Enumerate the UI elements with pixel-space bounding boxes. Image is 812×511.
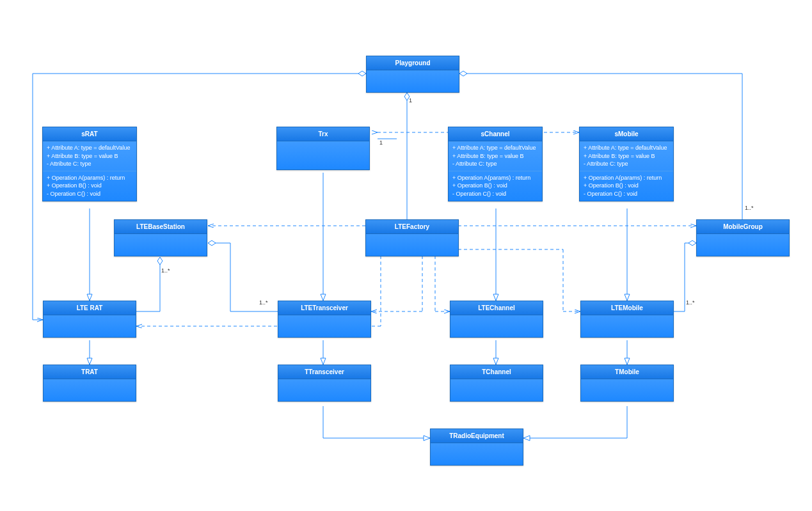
class-title: TMobile xyxy=(581,365,673,379)
attr-row: + Attribute B: type = value B xyxy=(47,152,132,161)
class-body xyxy=(44,315,136,337)
attr-row: + Attribute B: type = value B xyxy=(584,152,669,161)
multiplicity-label: 1 xyxy=(379,139,383,146)
attr-row: + Attribute B: type = value B xyxy=(452,152,538,161)
class-title: LTEChannel xyxy=(450,301,543,315)
attr-row: - Attribute C: type xyxy=(47,160,132,168)
class-title: sRAT xyxy=(43,127,136,141)
class-title: sChannel xyxy=(449,127,542,141)
uml-class-diagram: Playground sRAT + Attribute A: type = de… xyxy=(0,0,812,511)
class-ttransceiver[interactable]: TTransceiver xyxy=(278,365,371,402)
multiplicity-label: 1..* xyxy=(259,299,268,306)
class-body xyxy=(277,141,369,169)
class-title: sMobile xyxy=(580,127,673,141)
op-row: + Operation A(params) : return xyxy=(47,174,132,182)
class-title: TTransceiver xyxy=(278,365,370,379)
class-title: TRadioEquipment xyxy=(431,429,523,443)
class-smobile[interactable]: sMobile + Attribute A: type = defaultVal… xyxy=(579,127,674,201)
op-row: - Operation C() : void xyxy=(452,190,538,198)
operations-section: + Operation A(params) : return + Operati… xyxy=(580,171,673,201)
multiplicity-label: 1..* xyxy=(745,205,754,211)
class-title: MobileGroup xyxy=(697,220,789,234)
class-title: Playground xyxy=(367,56,459,70)
class-trat[interactable]: TRAT xyxy=(43,365,136,402)
class-ltefactory[interactable]: LTEFactory xyxy=(365,219,459,256)
attributes-section: + Attribute A: type = defaultValue + Att… xyxy=(580,141,673,171)
op-row: - Operation C() : void xyxy=(47,190,132,198)
class-tchannel[interactable]: TChannel xyxy=(450,365,543,402)
op-row: + Operation B() : void xyxy=(452,182,538,190)
class-ltetransceiver[interactable]: LTETransceiver xyxy=(278,301,371,338)
class-title: LTEMobile xyxy=(581,301,673,315)
op-row: + Operation A(params) : return xyxy=(584,174,669,182)
attributes-section: + Attribute A: type = defaultValue + Att… xyxy=(449,141,542,171)
class-body xyxy=(278,379,370,401)
attr-row: - Attribute C: type xyxy=(452,160,538,168)
attr-row: + Attribute A: type = defaultValue xyxy=(47,144,132,152)
class-tmobile[interactable]: TMobile xyxy=(580,365,674,402)
attr-row: + Attribute A: type = defaultValue xyxy=(452,144,538,152)
class-body xyxy=(278,315,370,337)
op-row: + Operation A(params) : return xyxy=(452,174,538,182)
class-body xyxy=(44,379,136,401)
class-body xyxy=(450,379,543,401)
class-title: LTETransceiver xyxy=(278,301,370,315)
class-body xyxy=(581,379,673,401)
operations-section: + Operation A(params) : return + Operati… xyxy=(43,171,136,201)
class-trx[interactable]: Trx xyxy=(276,127,370,170)
class-mobilegroup[interactable]: MobileGroup xyxy=(696,219,790,256)
class-lterat[interactable]: LTE RAT xyxy=(43,301,136,338)
class-playground[interactable]: Playground xyxy=(366,56,459,93)
class-srat[interactable]: sRAT + Attribute A: type = defaultValue … xyxy=(42,127,137,201)
class-ltebasestation[interactable]: LTEBaseStation xyxy=(114,219,207,256)
multiplicity-label: 1..* xyxy=(686,299,695,306)
multiplicity-label: 1..* xyxy=(161,267,170,274)
class-body xyxy=(697,234,789,256)
class-tradioequipment[interactable]: TRadioEquipment xyxy=(430,428,523,466)
class-body xyxy=(431,443,523,465)
class-body xyxy=(115,234,207,256)
class-title: LTE RAT xyxy=(44,301,136,315)
class-ltemobile[interactable]: LTEMobile xyxy=(580,301,674,338)
class-title: TChannel xyxy=(450,365,543,379)
op-row: + Operation B() : void xyxy=(47,182,132,190)
class-title: TRAT xyxy=(44,365,136,379)
attributes-section: + Attribute A: type = defaultValue + Att… xyxy=(43,141,136,171)
class-title: Trx xyxy=(277,127,369,141)
operations-section: + Operation A(params) : return + Operati… xyxy=(449,171,542,201)
class-title: LTEBaseStation xyxy=(115,220,207,234)
class-title: LTEFactory xyxy=(366,220,458,234)
op-row: - Operation C() : void xyxy=(584,190,669,198)
class-body xyxy=(366,234,458,256)
class-body xyxy=(581,315,673,337)
class-body xyxy=(367,70,459,92)
op-row: + Operation B() : void xyxy=(584,182,669,190)
attr-row: - Attribute C: type xyxy=(584,160,669,168)
class-schannel[interactable]: sChannel + Attribute A: type = defaultVa… xyxy=(448,127,543,201)
attr-row: + Attribute A: type = defaultValue xyxy=(584,144,669,152)
multiplicity-label: 1 xyxy=(409,97,412,104)
class-body xyxy=(450,315,543,337)
class-ltechannel[interactable]: LTEChannel xyxy=(450,301,543,338)
